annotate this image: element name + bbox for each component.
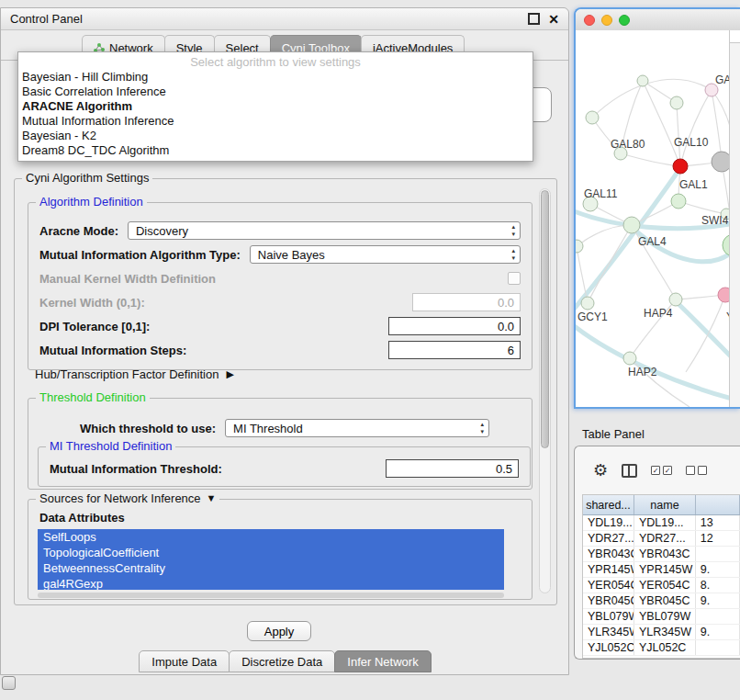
dpi-tolerance-row: DPI Tolerance [0,1]: 0.0	[39, 317, 521, 335]
algorithm-option[interactable]: Mutual Information Inference	[18, 114, 533, 129]
sources-group: Sources for Network Inference ▼ Data Att…	[28, 499, 533, 600]
network-canvas[interactable]: GAL7 GAL80 GAL10 GAL11 GAL1 SWI4 GAL4 GC…	[576, 30, 740, 407]
checked-boxes-icon[interactable]: ✓ ✓	[651, 466, 672, 475]
columns-icon[interactable]	[622, 464, 637, 478]
network-node[interactable]	[671, 194, 686, 209]
kernel-width-field[interactable]: 0.0	[412, 293, 521, 311]
network-window-titlebar[interactable]	[576, 9, 740, 31]
sources-section-title[interactable]: Sources for Network Inference ▼	[36, 491, 219, 505]
network-node[interactable]	[623, 352, 636, 365]
checkbox-checked-icon: ✓	[651, 466, 660, 475]
table-cell: YBR043C	[634, 547, 696, 561]
hub-definition-section[interactable]: Hub/Transcription Factor Definition ▶	[35, 367, 234, 381]
table-header-row[interactable]: shared... name	[583, 495, 740, 515]
list-item[interactable]: SelfLoops	[38, 529, 504, 545]
table-row[interactable]: YBR045C YBR045C 9.	[583, 593, 740, 609]
checkbox-checked-icon: ✓	[663, 466, 672, 475]
table-cell: YLR345W	[634, 625, 696, 639]
network-node[interactable]	[673, 159, 688, 174]
network-graph[interactable]: GAL7 GAL80 GAL10 GAL11 GAL1 SWI4 GAL4 GC…	[576, 30, 730, 407]
settings-scrollbar[interactable]	[539, 188, 551, 593]
table-row[interactable]: YER054C YER054C 8.	[583, 578, 740, 593]
mi-threshold-definition-group: MI Threshold Definition Mutual Informati…	[38, 446, 531, 487]
scrollbar-thumb[interactable]	[541, 190, 549, 448]
settings-group-title: Cyni Algorithm Settings	[22, 171, 152, 185]
gear-icon[interactable]: ⚙	[593, 462, 608, 479]
kernel-width-label: Kernel Width (0,1):	[39, 296, 145, 310]
algorithm-option[interactable]: Bayesian - K2	[18, 129, 533, 143]
network-node[interactable]	[670, 96, 683, 109]
control-panel-title: Control Panel	[10, 12, 83, 26]
mi-type-select[interactable]: Naive Bayes ▴▾	[250, 245, 521, 264]
node-table: shared... name YDL19... YDL19... 13 YDR2…	[582, 494, 740, 659]
sources-label: Sources for Network Inference	[39, 491, 201, 505]
network-node[interactable]	[712, 152, 730, 172]
tab-infer-network[interactable]: Infer Network	[334, 650, 431, 672]
network-view-window: GAL7 GAL80 GAL10 GAL11 GAL1 SWI4 GAL4 GC…	[574, 7, 740, 409]
float-window-icon[interactable]	[528, 13, 540, 25]
network-node[interactable]	[669, 293, 682, 306]
manual-kernel-checkbox[interactable]	[508, 272, 521, 285]
tab-discretize-data[interactable]: Discretize Data	[229, 650, 335, 672]
network-node[interactable]	[581, 297, 594, 310]
table-row[interactable]: YLR345W YLR345W 9.	[583, 625, 740, 640]
threshold-definition-group: Threshold Definition Which threshold to …	[28, 398, 533, 490]
mi-threshold-field[interactable]: 0.5	[386, 459, 519, 478]
aracne-mode-select[interactable]: Discovery ▴▾	[128, 221, 521, 240]
table-panel-toolbar: ⚙ ✓ ✓	[575, 446, 740, 494]
control-panel-titlebar[interactable]: Control Panel ✕	[1, 8, 568, 30]
chevron-right-icon[interactable]: ▶	[226, 369, 233, 379]
mi-threshold-label: Mutual Information Threshold:	[50, 462, 222, 476]
algorithm-option-selected[interactable]: ARACNE Algorithm	[18, 99, 533, 114]
tab-label: Impute Data	[151, 655, 217, 669]
network-node[interactable]	[586, 111, 599, 124]
column-header[interactable]: name	[634, 495, 696, 514]
chevron-down-icon[interactable]: ▼	[207, 493, 217, 503]
mi-steps-field[interactable]: 6	[388, 341, 521, 359]
table-row[interactable]: YBR043C YBR043C	[583, 547, 740, 562]
table-cell: 8.	[696, 578, 740, 593]
list-item[interactable]: TopologicalCoefficient	[38, 545, 504, 560]
mi-threshold-value: 0.5	[496, 462, 512, 476]
minimize-traffic-light[interactable]	[601, 15, 612, 26]
table-row[interactable]: YBL079W YBL079W	[583, 609, 740, 625]
tab-label: Discretize Data	[241, 655, 322, 669]
network-node[interactable]	[637, 75, 648, 86]
algorithm-definition-group: Algorithm Definition Aracne Mode: Discov…	[28, 202, 533, 370]
column-header[interactable]: shared...	[583, 495, 634, 514]
algorithm-option[interactable]: Dream8 DC_TDC Algorithm	[18, 143, 533, 158]
close-traffic-light[interactable]	[584, 15, 595, 26]
algorithm-option[interactable]: Basic Correlation Inference	[18, 85, 533, 99]
table-cell: YBL079W	[634, 609, 696, 624]
network-scrollbar[interactable]	[729, 30, 740, 407]
apply-button[interactable]: Apply	[247, 621, 311, 641]
mi-steps-value: 6	[508, 344, 514, 357]
table-row[interactable]: YJL052C YJL052C	[583, 640, 740, 656]
network-node[interactable]	[623, 217, 640, 233]
hub-definition-label: Hub/Transcription Factor Definition	[35, 367, 219, 381]
table-row[interactable]: YDL19... YDL19... 13	[583, 515, 740, 531]
minimized-panel-icon[interactable]	[2, 676, 16, 690]
mi-threshold-group-title: MI Threshold Definition	[46, 439, 175, 453]
dpi-tolerance-field[interactable]: 0.0	[388, 317, 521, 335]
table-row[interactable]: YDR27... YDR27... 12	[583, 531, 740, 547]
algorithm-dropdown-popup: Select algorithm to view settings Bayesi…	[17, 51, 533, 162]
table-cell: YDR27...	[583, 531, 634, 546]
column-header[interactable]	[696, 495, 740, 514]
aracne-mode-row: Aracne Mode: Discovery ▴▾	[39, 221, 521, 240]
algorithm-option[interactable]: Bayesian - Hill Climbing	[18, 70, 533, 85]
data-attributes-list[interactable]: SelfLoops TopologicalCoefficient Between…	[38, 529, 504, 590]
tab-impute-data[interactable]: Impute Data	[139, 650, 230, 672]
list-horizontal-scrollbar[interactable]	[38, 593, 504, 598]
list-item[interactable]: BetweennessCentrality	[38, 560, 504, 576]
scrollbar-button[interactable]	[730, 30, 740, 43]
list-item[interactable]: gal4RGexp	[38, 576, 504, 590]
unchecked-boxes-icon[interactable]	[686, 466, 707, 475]
close-icon[interactable]: ✕	[548, 13, 559, 26]
popup-placeholder: Select algorithm to view settings	[18, 54, 533, 70]
zoom-traffic-light[interactable]	[619, 15, 630, 26]
table-row[interactable]: YPR145W YPR145W 9.	[583, 562, 740, 578]
mi-threshold-row: Mutual Information Threshold: 0.5	[50, 459, 519, 478]
which-threshold-select[interactable]: MI Threshold ▴▾	[225, 419, 489, 437]
aracne-mode-label: Aracne Mode:	[39, 224, 118, 238]
